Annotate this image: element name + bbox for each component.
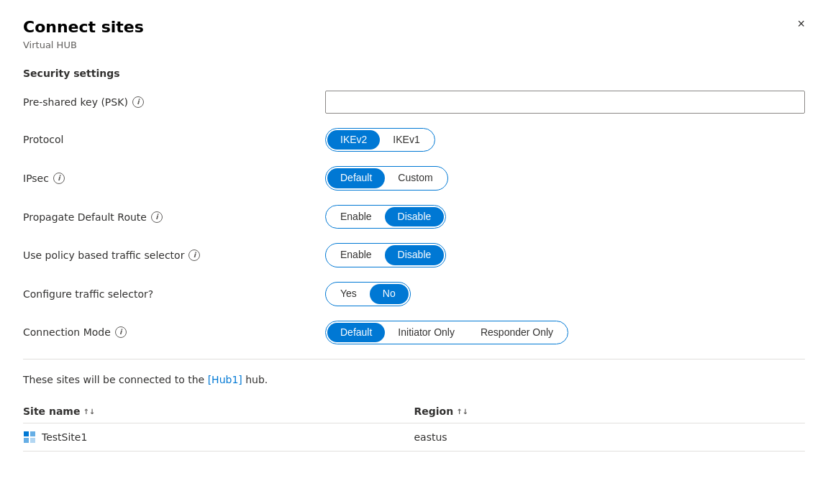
site-name-sort-icon[interactable]: ↑↓ <box>83 408 95 416</box>
propagate-label: Propagate Default Route i <box>23 211 325 223</box>
ipsec-label: IPsec i <box>23 173 325 184</box>
policy-control: Enable Disable <box>325 243 805 267</box>
connect-sites-panel: × Connect sites Virtual HUB Security set… <box>0 0 828 504</box>
protocol-toggle-group: IKEv2 IKEv1 <box>325 128 435 152</box>
psk-info-icon[interactable]: i <box>132 96 144 108</box>
protocol-ikev2-button[interactable]: IKEv2 <box>327 130 380 150</box>
table-body: TestSite1 eastus <box>23 423 805 452</box>
policy-toggle-group: Enable Disable <box>325 243 446 267</box>
region-cell: eastus <box>414 423 806 452</box>
propagate-toggle-group: Enable Disable <box>325 205 446 229</box>
policy-enable-button[interactable]: Enable <box>327 245 385 265</box>
connection-mode-label: Connection Mode i <box>23 326 325 338</box>
propagate-control: Enable Disable <box>325 205 805 229</box>
psk-row: Pre-shared key (PSK) i <box>23 91 805 114</box>
configure-traffic-control: Yes No <box>325 282 805 306</box>
propagate-disable-button[interactable]: Disable <box>385 207 445 227</box>
configure-traffic-yes-button[interactable]: Yes <box>327 284 370 304</box>
sites-table: Site name ↑↓ Region ↑↓ <box>23 400 805 452</box>
policy-row: Use policy based traffic selector i Enab… <box>23 243 805 267</box>
configure-traffic-row: Configure traffic selector? Yes No <box>23 282 805 306</box>
protocol-label: Protocol <box>23 134 325 145</box>
svg-rect-3 <box>30 438 35 443</box>
ipsec-custom-button[interactable]: Custom <box>385 168 445 188</box>
propagate-info-icon[interactable]: i <box>151 211 163 223</box>
security-section-title: Security settings <box>23 68 805 79</box>
col-site-name: Site name ↑↓ <box>23 400 414 423</box>
ipsec-control: Default Custom <box>325 166 805 191</box>
hub-link[interactable]: [Hub1] <box>208 374 242 385</box>
col-region: Region ↑↓ <box>414 400 806 423</box>
connection-mode-toggle-group: Default Initiator Only Responder Only <box>325 321 568 345</box>
connection-mode-info-icon[interactable]: i <box>115 326 127 338</box>
protocol-row: Protocol IKEv2 IKEv1 <box>23 128 805 152</box>
policy-disable-button[interactable]: Disable <box>385 245 445 265</box>
section-divider <box>23 359 805 359</box>
table-row: TestSite1 eastus <box>23 423 805 452</box>
table-header: Site name ↑↓ Region ↑↓ <box>23 400 805 423</box>
ipsec-info-icon[interactable]: i <box>53 173 65 184</box>
psk-label: Pre-shared key (PSK) i <box>23 96 325 108</box>
connection-mode-responder-button[interactable]: Responder Only <box>468 323 566 343</box>
sites-info-text: These sites will be connected to the [Hu… <box>23 374 805 385</box>
connection-mode-default-button[interactable]: Default <box>327 323 385 343</box>
propagate-row: Propagate Default Route i Enable Disable <box>23 205 805 229</box>
policy-label: Use policy based traffic selector i <box>23 249 325 261</box>
svg-rect-0 <box>24 431 29 436</box>
svg-rect-2 <box>24 438 29 443</box>
configure-traffic-label: Configure traffic selector? <box>23 288 325 300</box>
region-sort-icon[interactable]: ↑↓ <box>456 408 468 416</box>
protocol-ikev1-button[interactable]: IKEv1 <box>380 130 432 150</box>
ipsec-toggle-group: Default Custom <box>325 166 448 191</box>
svg-rect-1 <box>30 431 35 436</box>
site-icon <box>23 431 36 444</box>
psk-input[interactable] <box>325 91 805 114</box>
configure-traffic-toggle-group: Yes No <box>325 282 411 306</box>
ipsec-row: IPsec i Default Custom <box>23 166 805 191</box>
connection-mode-control: Default Initiator Only Responder Only <box>325 321 805 345</box>
panel-subtitle: Virtual HUB <box>23 40 805 50</box>
protocol-control: IKEv2 IKEv1 <box>325 128 805 152</box>
psk-control <box>325 91 805 114</box>
site-name-cell: TestSite1 <box>23 423 414 452</box>
configure-traffic-no-button[interactable]: No <box>370 284 409 304</box>
close-button[interactable]: × <box>794 14 808 33</box>
ipsec-default-button[interactable]: Default <box>327 168 385 188</box>
policy-info-icon[interactable]: i <box>188 249 200 261</box>
propagate-enable-button[interactable]: Enable <box>327 207 385 227</box>
panel-title: Connect sites <box>23 17 805 38</box>
connection-mode-row: Connection Mode i Default Initiator Only… <box>23 321 805 345</box>
connection-mode-initiator-button[interactable]: Initiator Only <box>385 323 468 343</box>
panel-header: Connect sites Virtual HUB <box>23 17 805 50</box>
